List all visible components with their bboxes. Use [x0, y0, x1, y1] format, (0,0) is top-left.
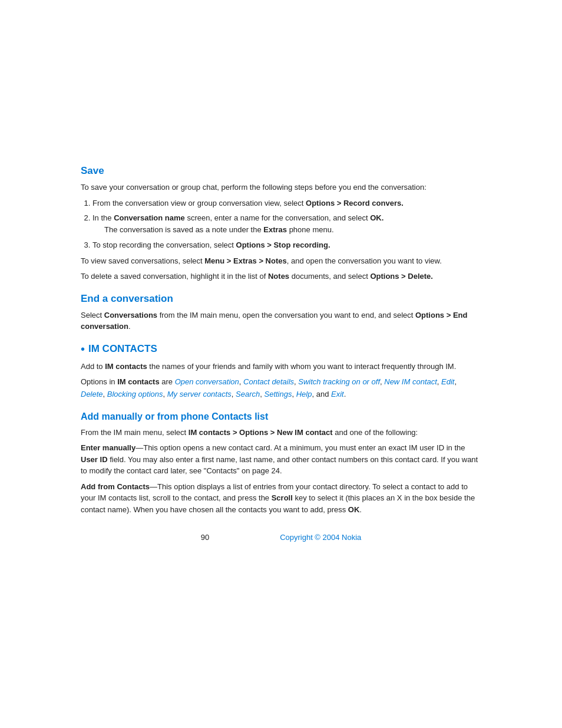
link-blocking-options[interactable]: Blocking options: [107, 390, 163, 398]
page-footer: 90 Copyright © 2004 Nokia: [81, 533, 481, 554]
main-content: Save To save your conversation or group …: [81, 0, 481, 589]
link-contact-details[interactable]: Contact details: [243, 377, 294, 386]
section-add-manually: Add manually or from phone Contacts list…: [81, 411, 481, 516]
link-search[interactable]: Search: [236, 390, 260, 398]
section-save: Save To save your conversation or group …: [81, 165, 481, 282]
link-open-conversation[interactable]: Open conversation: [175, 377, 239, 386]
end-conversation-text: Select Conversations from the IM main me…: [81, 309, 481, 332]
add-from-contacts-definition: Add from Contacts—This option displays a…: [81, 481, 481, 516]
heading-add-manually: Add manually or from phone Contacts list: [81, 411, 481, 422]
add-manually-intro: From the IM main menu, select IM contact…: [81, 427, 481, 439]
link-delete[interactable]: Delete: [81, 390, 103, 398]
heading-save: Save: [81, 165, 481, 177]
page: Save To save your conversation or group …: [0, 0, 562, 728]
save-delete-note: To delete a saved conversation, highligh…: [81, 271, 481, 282]
save-steps: From the conversation view or group conv…: [92, 197, 481, 251]
link-settings[interactable]: Settings: [264, 390, 292, 398]
save-intro: To save your conversation or group chat,…: [81, 182, 481, 193]
save-step-2-note: The conversation is saved as a note unde…: [104, 224, 481, 236]
link-exit[interactable]: Exit: [331, 390, 344, 398]
link-my-server-contacts[interactable]: My server contacts: [167, 390, 232, 398]
link-help[interactable]: Help: [296, 390, 312, 398]
link-new-im-contact[interactable]: New IM contact: [384, 377, 437, 386]
link-switch-tracking[interactable]: Switch tracking on or off: [298, 377, 380, 386]
page-number: 90: [201, 533, 209, 542]
save-step-1: From the conversation view or group conv…: [92, 197, 481, 209]
link-edit[interactable]: Edit: [441, 377, 454, 386]
bullet-icon: •: [81, 342, 85, 356]
im-contacts-options: Options in IM contacts are Open conversa…: [81, 376, 481, 401]
copyright: Copyright © 2004 Nokia: [280, 533, 361, 542]
save-step-2: In the Conversation name screen, enter a…: [92, 212, 481, 235]
heading-end-conversation: End a conversation: [81, 293, 481, 305]
section-im-contacts: • IM CONTACTS Add to IM contacts the nam…: [81, 343, 481, 401]
heading-im-contacts: IM CONTACTS: [88, 343, 157, 355]
enter-manually-definition: Enter manually—This option opens a new c…: [81, 442, 481, 477]
im-contacts-intro: Add to IM contacts the names of your fri…: [81, 361, 481, 373]
save-view-note: To view saved conversations, select Menu…: [81, 255, 481, 267]
heading-im-contacts-wrapper: • IM CONTACTS: [81, 343, 481, 356]
section-end-conversation: End a conversation Select Conversations …: [81, 293, 481, 332]
save-step-3: To stop recording the conversation, sele…: [92, 239, 481, 251]
